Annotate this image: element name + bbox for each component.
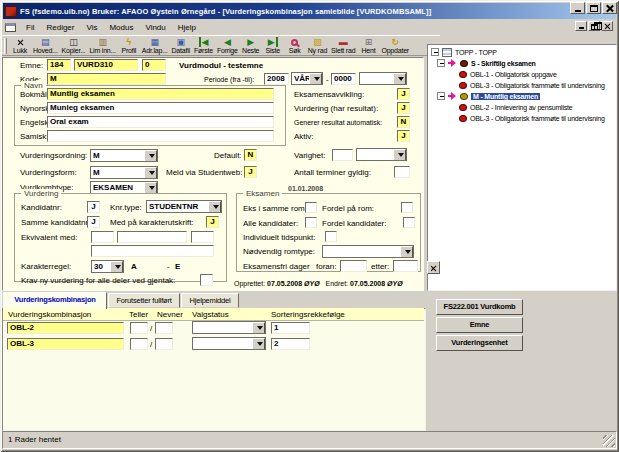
aktiv-field[interactable]: J [397,130,410,142]
emne-button[interactable]: Emne [436,317,523,333]
emne-institusjon-field[interactable]: 184 [47,59,71,71]
tree-leaf-obl3-m[interactable]: OBL-3 - Obligatorisk frammøte til underv… [459,113,605,123]
toolbar-lim-inn-button[interactable]: ▥Lim inn... [87,37,117,56]
mdi-close-button[interactable] [601,21,613,31]
periode-fra-termin-select[interactable]: VÅR [291,72,323,85]
bokmal-field[interactable]: Muntlig eksamen [47,88,274,100]
row-valgstatus-select[interactable] [192,321,266,334]
row-teller-field[interactable] [130,322,148,334]
close-button[interactable] [602,2,617,14]
toolbar-profil-button[interactable]: ϟProfil [118,37,140,56]
collapse-icon[interactable] [431,48,439,56]
collapse-icon[interactable] [437,59,445,67]
tree-leaf-obl1[interactable]: OBL-1 - Obligatorisk oppgave [459,69,557,79]
tab-vurderingskombinasjon[interactable]: Vurderingskombinasjon [3,292,107,309]
resize-grip[interactable] [603,435,615,447]
tree-node-s[interactable]: S - Skriftlig eksamen [437,58,536,68]
eksamensavvikling-field[interactable]: J [397,88,410,100]
samme-kandidatnr-field[interactable]: J [87,216,100,228]
tab-hjelpemiddel[interactable]: Hjelpemiddel [181,293,239,308]
meld-via-studentweb-field[interactable]: J [244,166,257,178]
toolbar-neste-button[interactable]: ▶Neste [240,37,262,56]
individuelt-checkbox[interactable] [325,231,337,242]
toolbar-forste-button[interactable]: ◀Første [192,37,215,56]
antall-terminer-field[interactable] [394,166,410,178]
eks-samme-rom-checkbox[interactable] [305,202,317,213]
toolbar-forrige-button[interactable]: ◀Forrige [215,37,240,56]
row-vurdkomb-field[interactable]: OBL-3 [7,338,124,350]
engelsk-field[interactable]: Oral exam [47,116,274,128]
ekvivalent-navn-field[interactable] [91,245,214,257]
fs222-vurdkomb-button[interactable]: FS222.001 Vurdkomb [436,299,523,315]
toolbar-sok-button[interactable]: Søk [284,37,306,56]
med-pa-karakterutskrift-field[interactable]: J [206,216,219,228]
alle-kandidater-checkbox[interactable] [305,217,317,228]
tree-root-row[interactable]: TOPP - TOPP [431,47,497,57]
fordel-rom-checkbox[interactable] [401,202,413,213]
toolbar-hoved-button[interactable]: ▤Hoved... [31,37,59,56]
row-nevner-field[interactable] [155,338,173,350]
samisk-field[interactable] [47,130,274,142]
toolbar-datafil-button[interactable]: ▣Datafil [169,37,191,56]
menu-hjelp[interactable]: Hjelp [172,22,202,33]
toolbar-ny-rad-button[interactable]: ▧Ny rad [306,37,329,56]
row-nevner-field[interactable] [155,322,173,334]
toolbar-oppdater-button[interactable]: ↻Oppdater [379,37,411,56]
tree-leaf-obl3-s[interactable]: OBL-3 - Obligatorisk frammøte til underv… [459,80,605,90]
krav-ny-vurdering-field[interactable] [200,274,213,286]
eksfri-foran-field[interactable] [340,260,367,272]
varighet-enhet-select[interactable] [356,148,407,161]
row-sortering-field[interactable]: 2 [271,338,310,350]
kandidatnr-field[interactable]: J [87,201,100,213]
mdi-document-icon[interactable] [5,23,16,32]
toolbar-grip[interactable] [4,38,7,54]
toolbar-kopier-button[interactable]: ◫Kopier... [59,37,87,56]
row-valgstatus-select[interactable] [192,337,266,350]
menu-fil[interactable]: Fil [20,22,40,33]
menu-vindu[interactable]: Vindu [139,22,171,33]
minimize-button[interactable] [570,2,585,14]
row-vurdkomb-field[interactable]: OBL-2 [7,322,124,334]
vurderingsenhet-button[interactable]: Vurderingsenhet [436,335,523,351]
varighet-num-field[interactable] [332,149,353,161]
row-sortering-field[interactable]: 1 [271,322,310,334]
panel-close-button[interactable] [427,261,440,274]
mdi-minimize-button[interactable] [575,21,587,31]
vurdering-har-resultat-field[interactable]: J [397,102,410,114]
knr-type-select[interactable]: STUDENTNR [146,200,222,213]
periode-til-ar-field[interactable]: 0000 [331,73,356,85]
nynorsk-field[interactable]: Munleg eksamen [47,102,274,114]
romtype-select[interactable] [322,245,414,258]
fordel-kandidater-checkbox[interactable] [403,217,415,228]
ekvivalent1-field[interactable] [91,231,114,243]
vurderingsform-select[interactable]: M [90,166,158,179]
generer-resultat-field[interactable]: N [397,116,410,128]
row-teller-field[interactable] [130,338,148,350]
toolbar-adrlap-button[interactable]: ▦Adr.lap... [140,37,170,56]
kode-field[interactable]: M [47,73,166,85]
eksfri-etter-field[interactable] [393,260,418,272]
tab-forutsetter-fullfort[interactable]: Forutsetter fullført [108,293,180,308]
menu-vis[interactable]: Vis [80,22,103,33]
ekvivalent2-field[interactable] [117,231,187,243]
toolbar-lukk-button[interactable]: Lukk [9,37,31,56]
toolbar-slett-rad-button[interactable]: ▬Slett rad [329,37,357,56]
collapse-icon[interactable] [437,92,445,100]
karakterregel-select[interactable]: 30 [91,260,124,273]
vurderingsordning-select[interactable]: M [90,149,158,162]
menu-modus[interactable]: Modus [103,22,139,33]
mdi-restore-button[interactable] [588,21,600,31]
maximize-button[interactable] [586,2,601,14]
default-field[interactable]: N [244,149,257,161]
ekvivalent3-field[interactable] [191,231,214,243]
toolbar-hent-button[interactable]: ⊞Hent [357,37,379,56]
tree-node-m-selected[interactable]: M - Muntlig eksamen [437,91,540,101]
menu-rediger[interactable]: Rediger [40,22,80,33]
periode-til-termin-select[interactable] [359,72,407,85]
periode-fra-ar-field[interactable]: 2008 [264,73,289,85]
toolbar-siste-button[interactable]: ▶Siste [262,37,284,56]
emne-kode-field[interactable]: VURD310 [74,59,138,71]
emne-versjon-field[interactable]: 0 [142,59,166,71]
toolbar: Lukk ▤Hoved... ◫Kopier... ▥Lim inn... ϟP… [2,35,440,56]
tree-leaf-obl2[interactable]: OBL-2 - Innlevering av pensumliste [459,102,573,112]
